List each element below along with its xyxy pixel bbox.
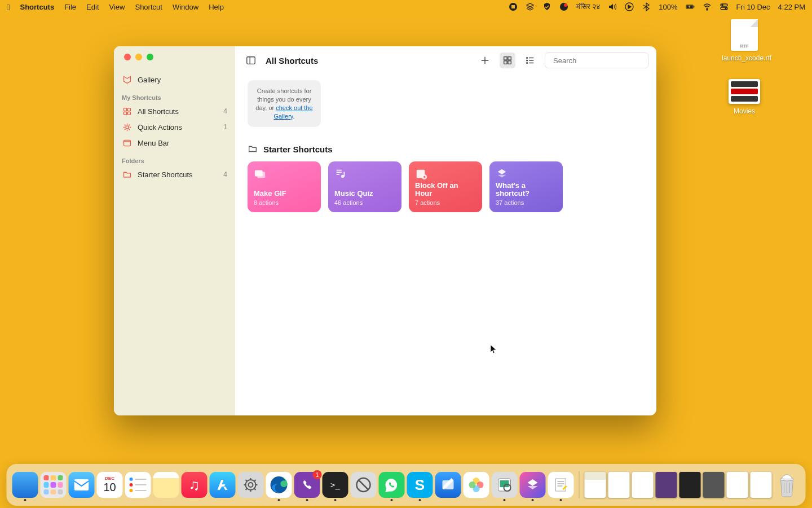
svg-rect-26 [504, 61, 507, 64]
window-minimize[interactable] [135, 54, 142, 60]
shortcut-card-block-hour[interactable]: Block Off an Hour 7 actions [409, 161, 482, 212]
menu-help[interactable]: Help [209, 3, 224, 11]
toggle-sidebar-button[interactable] [243, 52, 259, 68]
sidebar-gallery-label: Gallery [138, 76, 161, 84]
svg-point-44 [249, 483, 253, 487]
window-zoom[interactable] [147, 54, 153, 60]
search-input[interactable] [553, 56, 648, 65]
dock-music[interactable]: ♫ [182, 472, 208, 498]
dock-reminders[interactable] [125, 472, 151, 498]
dock-simulator[interactable] [351, 472, 377, 498]
shortcut-card-music-quiz[interactable]: Music Quiz 46 actions [328, 161, 401, 212]
svg-rect-15 [123, 112, 126, 115]
menubar-date[interactable]: Fri 10 Dec [736, 3, 770, 11]
dock-finder[interactable] [12, 472, 38, 498]
stop-icon[interactable] [509, 2, 518, 11]
layers-icon[interactable] [526, 2, 535, 11]
sidebar-menu-bar[interactable]: Menu Bar [114, 135, 235, 151]
sidebar-quick-actions[interactable]: Quick Actions 1 [114, 119, 235, 135]
wifi-icon[interactable] [703, 2, 712, 11]
dock-appstore[interactable] [210, 472, 236, 498]
dock-minimized-window[interactable] [656, 472, 677, 498]
sidebar-all-shortcuts[interactable]: All Shortcuts 4 [114, 103, 235, 119]
sidebar-item-count: 4 [223, 170, 227, 178]
dock-preview[interactable] [492, 472, 518, 498]
shortcut-card-make-gif[interactable]: Make GIF 8 actions [248, 161, 321, 212]
dock-minimized-window[interactable] [703, 472, 725, 498]
dock-launchpad[interactable] [41, 472, 67, 498]
svg-point-3 [564, 3, 567, 7]
dock-minimized-window[interactable] [751, 472, 772, 498]
dock-viber[interactable]: 1 [294, 472, 320, 498]
list-view-button[interactable] [522, 52, 538, 68]
sidebar-item-label: Quick Actions [138, 123, 182, 132]
app-menu[interactable]: Shortcuts [20, 3, 54, 11]
shortcut-grid: Make GIF 8 actions Music Quiz 46 actions… [248, 161, 644, 212]
add-shortcut-button[interactable] [477, 52, 493, 68]
dock-calendar[interactable]: DEC10 [97, 472, 123, 498]
menu-view[interactable]: View [109, 3, 125, 11]
window-close[interactable] [124, 54, 131, 60]
svg-rect-14 [127, 108, 130, 111]
card-sub: 8 actions [254, 199, 315, 206]
dock-settings[interactable] [238, 472, 264, 498]
svg-point-17 [125, 125, 128, 128]
shield-icon[interactable] [542, 2, 551, 11]
menubar:  Shortcuts File Edit View Shortcut Wind… [0, 0, 812, 14]
svg-rect-7 [694, 6, 694, 8]
svg-point-8 [707, 9, 708, 10]
grid-view-button[interactable] [500, 52, 515, 68]
menu-file[interactable]: File [64, 3, 76, 11]
dock-mail[interactable] [69, 472, 95, 498]
menu-shortcut[interactable]: Shortcut [135, 3, 162, 11]
svg-point-10 [722, 5, 723, 6]
section-header: Starter Shortcuts [248, 144, 644, 154]
card-title: Music Quiz [334, 190, 395, 198]
dock-minimized-window[interactable] [679, 472, 701, 498]
gallery-icon [122, 75, 132, 85]
dock-minimized-window[interactable] [632, 472, 654, 498]
sidebar: Gallery My Shortcuts All Shortcuts 4 Qui… [114, 46, 235, 415]
dock-trash[interactable] [774, 472, 800, 498]
dock-shortcuts[interactable] [520, 472, 546, 498]
dock-minimized-window[interactable] [727, 472, 748, 498]
menu-edit[interactable]: Edit [86, 3, 99, 11]
control-center-icon[interactable] [720, 2, 729, 11]
dock-minimized-window[interactable] [608, 472, 630, 498]
dock-notes[interactable] [153, 472, 179, 498]
bluetooth-icon[interactable] [642, 2, 651, 11]
menu-window[interactable]: Window [173, 3, 198, 11]
section-title: Starter Shortcuts [263, 144, 333, 154]
dock-skype[interactable]: S [407, 472, 433, 498]
volume-icon[interactable] [608, 2, 617, 11]
sidebar-gallery[interactable]: Gallery [114, 72, 235, 87]
apple-menu[interactable]:  [7, 2, 10, 12]
battery-percent[interactable]: 100% [659, 3, 677, 11]
gear-icon [122, 122, 132, 132]
photos-icon [254, 168, 266, 180]
desktop-folder-movies[interactable]: Movies [722, 79, 767, 115]
dock-minimized-window[interactable] [585, 472, 606, 498]
nowplaying-icon[interactable] [625, 2, 634, 11]
sidebar-item-count: 4 [223, 107, 227, 115]
svg-point-12 [725, 8, 726, 9]
main-pane: All Shortcuts Create shortcuts for thing… [235, 46, 656, 415]
desktop-file-rtf[interactable]: launch_xcode.rtf [722, 19, 767, 62]
sidebar-folder-starter[interactable]: Starter Shortcuts 4 [114, 167, 235, 182]
dock-edge[interactable] [266, 472, 292, 498]
desktop-file-label: launch_xcode.rtf [722, 54, 767, 62]
shortcut-card-whats-shortcut[interactable]: What's a shortcut? 37 actions [489, 161, 563, 212]
dock-whatsapp[interactable] [379, 472, 405, 498]
sidebar-item-label: Starter Shortcuts [138, 170, 193, 179]
dock-photos[interactable] [464, 472, 489, 498]
dock-textedit[interactable] [548, 472, 574, 498]
dock-terminal[interactable]: >_ [323, 472, 348, 498]
svg-point-30 [527, 60, 528, 61]
search-field[interactable] [545, 52, 648, 68]
dock-xcode[interactable] [435, 472, 461, 498]
svg-rect-37 [257, 172, 265, 178]
viber-status-icon[interactable] [559, 2, 568, 11]
menubar-time[interactable]: 4:22 PM [778, 3, 805, 11]
calendar-menuextra[interactable]: मंसिर २४ [576, 2, 601, 11]
tip-period: . [293, 113, 294, 120]
